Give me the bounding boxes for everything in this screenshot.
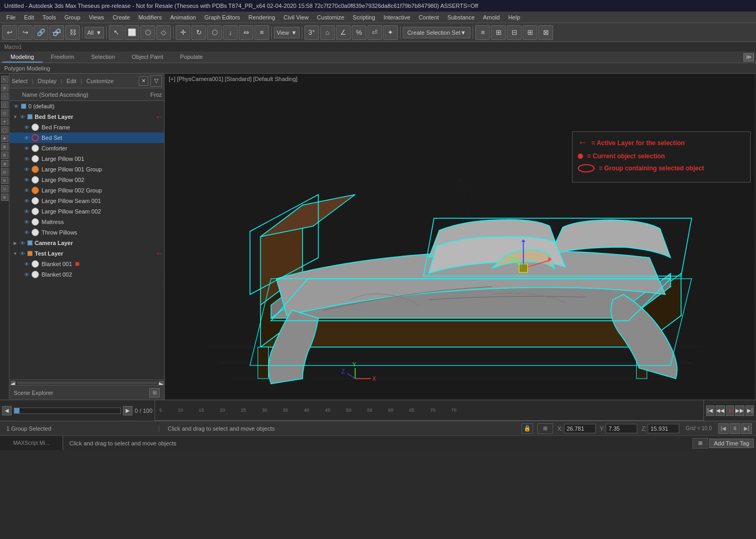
viewport[interactable]: [+] [PhysCamera001] [Standard] [Default … (165, 74, 756, 400)
layout-btn[interactable]: ⊠ (538, 25, 553, 40)
visibility-camera-layer[interactable]: 👁 (19, 239, 26, 247)
obj-row-lps001[interactable]: 👁 Large Pillow Seam 001 (9, 196, 164, 206)
visibility-bedframe[interactable]: 👁 (23, 124, 30, 131)
ref-coord-btn[interactable]: 3° (304, 25, 319, 40)
timeline-slider-track[interactable] (14, 408, 121, 414)
layer-row-camera[interactable]: ▶ 👁 Camera Layer (9, 238, 164, 248)
menu-rendering[interactable]: Rendering (244, 13, 280, 22)
menu-help[interactable]: Help (504, 13, 525, 22)
scene-hscroll[interactable]: ◀ ▶ (9, 380, 164, 385)
menu-views[interactable]: Views (85, 13, 108, 22)
coord-z-input[interactable] (648, 424, 679, 433)
left-icon-scale[interactable]: ◻ (1, 101, 8, 108)
layer-row-test[interactable]: ▼ 👁 Test Layer ← (9, 248, 164, 259)
scene-close-btn[interactable]: ✕ (139, 76, 148, 86)
menu-scripting[interactable]: Scripting (349, 13, 380, 22)
coord-system-dropdown[interactable]: View ▼ (274, 27, 300, 38)
visibility-comforter[interactable]: 👁 (23, 145, 30, 152)
hscroll-left[interactable]: ◀ (11, 381, 16, 385)
viewport-lock-btn[interactable]: ⊞ (537, 423, 553, 434)
left-icon-snap2d[interactable]: ⊟ (1, 168, 8, 176)
unlink-btn[interactable]: 🔗 (49, 25, 64, 40)
maxscript-panel[interactable]: MAXScript Mi... (0, 436, 63, 450)
play-start-btn[interactable]: |◀ (706, 405, 714, 416)
menu-create[interactable]: Create (108, 13, 134, 22)
redo-btn[interactable]: ↪ (18, 25, 33, 40)
left-icon-select[interactable]: ↖ (1, 76, 8, 83)
angle-snap-btn[interactable]: ∠ (336, 25, 351, 40)
tab-freeform[interactable]: Freeform (43, 52, 83, 63)
menu-civil-view[interactable]: Civil View (279, 13, 312, 22)
menu-group[interactable]: Group (60, 13, 85, 22)
timeline-next-btn[interactable]: ▶ (123, 406, 132, 415)
visibility-mattress[interactable]: 👁 (23, 218, 30, 226)
expand-test[interactable]: ▼ (13, 251, 18, 256)
menu-interactive[interactable]: Interactive (380, 13, 415, 22)
visibility-test-layer[interactable]: 👁 (19, 250, 26, 257)
obj-row-throwpillows[interactable]: 👁 Throw Pillows (9, 227, 164, 238)
play-play-btn[interactable]: ▶▶ (735, 405, 744, 416)
hscroll-right[interactable]: ▶ (159, 381, 164, 385)
scene-filter-btn[interactable]: ▽ (150, 75, 162, 87)
coord-x-input[interactable] (564, 424, 596, 433)
nav-prev-btn[interactable]: |◀ (718, 423, 729, 434)
selection-filter-dropdown[interactable]: All ▼ (85, 27, 104, 38)
menu-animation[interactable]: Animation (166, 13, 200, 22)
obj-row-lps002[interactable]: 👁 Large Pillow Seam 002 (9, 206, 164, 217)
mirror-btn[interactable]: ⇔ (239, 25, 253, 40)
menu-edit[interactable]: Edit (20, 13, 38, 22)
obj-row-lp002g[interactable]: 👁 Large Pillow 002 Group (9, 185, 164, 196)
menu-graph-editors[interactable]: Graph Editors (200, 13, 244, 22)
menu-content[interactable]: Content (414, 13, 443, 22)
left-icon-manip[interactable]: ◈ (1, 160, 8, 167)
bind-btn[interactable]: ⛓ (65, 25, 80, 40)
menu-file[interactable]: File (2, 13, 20, 22)
menu-arnold[interactable]: Arnold (479, 13, 504, 22)
play-prev-btn[interactable]: ◀◀ (716, 405, 725, 416)
expand-camera[interactable]: ▶ (13, 240, 18, 246)
expand-bedset[interactable]: ▼ (13, 114, 18, 119)
left-icon-rotate[interactable]: ○ (1, 93, 8, 100)
obj-row-blanket002[interactable]: 👁 Blanket 002 (9, 269, 164, 280)
layer-row-bedset[interactable]: ▼ 👁 Bed Set Layer ← (9, 111, 164, 122)
layer-row-default[interactable]: 👁 0 (default) (9, 101, 164, 111)
menu-modifiers[interactable]: Modifiers (134, 13, 166, 22)
timeline-prev-btn[interactable]: ◀ (2, 406, 12, 415)
left-icon-systems[interactable]: ⚙ (1, 151, 8, 159)
lasso-btn[interactable]: ⬡ (140, 25, 155, 40)
obj-row-lp001[interactable]: 👁 Large Pillow 001 (9, 154, 164, 164)
left-icon-move[interactable]: ⊕ (1, 84, 8, 91)
obj-row-bedset[interactable]: 👁 Bed Set (9, 133, 164, 143)
add-time-tag-btn[interactable]: Add Time Tag (709, 439, 754, 448)
rotate-btn[interactable]: ↻ (191, 25, 206, 40)
object-props-btn[interactable]: ⊟ (507, 25, 522, 40)
coord-y-input[interactable] (606, 424, 637, 433)
select-btn[interactable]: ↖ (109, 25, 124, 40)
hscroll-track[interactable] (17, 381, 158, 384)
obj-row-blanket001[interactable]: 👁 Blanket 001 (9, 259, 164, 269)
create-selection-set-btn[interactable]: Create Selection Set ▼ (403, 27, 471, 38)
menu-tools[interactable]: Tools (38, 13, 60, 22)
tab-object-paint[interactable]: Object Paint (124, 52, 172, 63)
visibility-bedset-layer[interactable]: 👁 (19, 113, 26, 120)
lock-btn[interactable]: 🔒 (522, 423, 533, 434)
play-end-btn[interactable]: ▶| (745, 405, 754, 416)
nav-pause-btn[interactable]: ⏸ (730, 423, 740, 434)
left-icon-schematic[interactable]: ≋ (1, 177, 8, 184)
left-icon-space[interactable]: ⊞ (1, 143, 8, 150)
scene-layers-btn[interactable]: ⊞ (149, 388, 160, 398)
left-icon-reactor[interactable]: ⊛ (1, 194, 8, 201)
obj-row-lp001g[interactable]: 👁 Large Pillow 001 Group (9, 164, 164, 175)
tab-selection[interactable]: Selection (83, 52, 123, 63)
menu-customize[interactable]: Customize (313, 13, 349, 22)
percent-snap-btn[interactable]: % (352, 25, 366, 40)
visibility-blanket002[interactable]: 👁 (23, 271, 30, 278)
fence-btn[interactable]: ◇ (156, 25, 171, 40)
move-btn[interactable]: ✛ (176, 25, 190, 40)
left-icon-particle[interactable]: ⊙ (1, 185, 8, 192)
tab-modeling[interactable]: Modeling (2, 52, 43, 63)
obj-row-lp002[interactable]: 👁 Large Pillow 002 (9, 175, 164, 185)
left-icon-light[interactable]: ☀ (1, 118, 8, 125)
obj-row-bedframe[interactable]: 👁 Bed Frame (9, 122, 164, 133)
visibility-lp001g[interactable]: 👁 (23, 166, 30, 173)
